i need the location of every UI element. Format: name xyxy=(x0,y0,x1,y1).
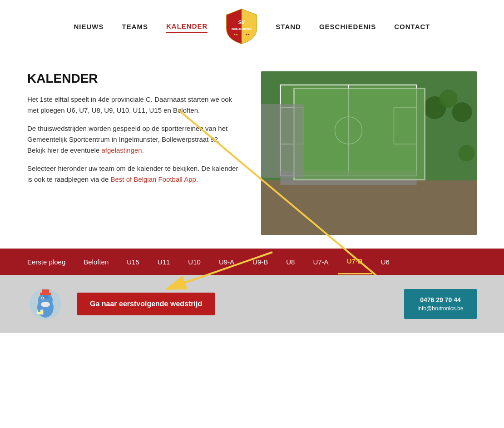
contact-email: info@brutronics.be xyxy=(413,305,468,312)
svg-rect-26 xyxy=(42,289,49,294)
nav-geschiedenis[interactable]: GESCHIEDENIS xyxy=(319,21,376,32)
tab-u9b[interactable]: U9-B xyxy=(243,250,277,274)
image-section xyxy=(261,71,477,235)
svg-text:INGELMUNSTER: INGELMUNSTER xyxy=(232,28,252,30)
tab-beloften[interactable]: Beloften xyxy=(74,250,118,274)
paragraph-3: Selecteer hieronder uw team om de kalend… xyxy=(27,163,243,185)
svg-point-24 xyxy=(42,297,43,299)
tab-eerste-ploeg[interactable]: Eerste ploeg xyxy=(27,250,74,274)
text-section: KALENDER Het 1ste elftal speelt in 4de p… xyxy=(27,71,243,192)
cta-button[interactable]: Ga naar eerstvolgende wedstrijd xyxy=(77,293,215,315)
tab-u7b[interactable]: U7-B xyxy=(338,249,372,274)
tab-u8[interactable]: U8 xyxy=(277,250,304,274)
tab-u10[interactable]: U10 xyxy=(179,250,210,274)
tab-u9a[interactable]: U9-A xyxy=(210,250,243,274)
nav-right: STAND GESCHIEDENIS CONTACT xyxy=(276,21,430,32)
svg-rect-5 xyxy=(281,85,417,176)
svg-rect-11 xyxy=(281,171,417,185)
mascot-area xyxy=(27,286,64,322)
header: NIEUWS TEAMS KALENDER SV INGELMUNSTER ★★… xyxy=(0,0,504,53)
mascot-icon xyxy=(29,287,63,321)
tab-u6[interactable]: U6 xyxy=(372,250,399,274)
paragraph-2-text: De thuiswedstrijden worden gespeeld op d… xyxy=(27,124,227,143)
svg-rect-28 xyxy=(38,307,40,312)
svg-point-13 xyxy=(440,90,458,108)
nav-contact[interactable]: CONTACT xyxy=(394,21,430,32)
paragraph-2-link-prefix: Bekijk hier de eventuele xyxy=(27,146,101,154)
svg-rect-10 xyxy=(261,180,477,235)
svg-text:★★: ★★ xyxy=(245,33,250,36)
svg-point-14 xyxy=(452,102,472,122)
svg-point-9 xyxy=(335,117,362,144)
main-content: KALENDER Het 1ste elftal speelt in 4de p… xyxy=(0,53,504,249)
svg-text:SV: SV xyxy=(238,20,245,25)
stadium-image xyxy=(261,71,477,235)
nav-stand[interactable]: STAND xyxy=(276,21,301,32)
page-title: KALENDER xyxy=(27,71,243,86)
tab-u7a[interactable]: U7-A xyxy=(304,250,337,274)
paragraph-1: Het 1ste elftal speelt in 4de provincial… xyxy=(27,94,243,116)
tab-u11[interactable]: U11 xyxy=(148,250,179,274)
svg-point-22 xyxy=(41,302,50,307)
nav-nieuws[interactable]: NIEUWS xyxy=(74,21,104,32)
app-link[interactable]: Best of Belgian Football App. xyxy=(110,175,198,183)
svg-rect-7 xyxy=(281,108,303,144)
svg-point-15 xyxy=(459,145,475,161)
contact-box: 0476 29 70 44 info@brutronics.be xyxy=(404,289,477,319)
nav-teams[interactable]: TEAMS xyxy=(122,21,148,32)
paragraph-2: De thuiswedstrijden worden gespeeld op d… xyxy=(27,123,243,156)
logo[interactable]: SV INGELMUNSTER ★★ ★★ xyxy=(226,8,257,45)
team-tabs: Eerste ploeg Beloften U15 U11 U10 U9-A U… xyxy=(0,249,504,275)
svg-text:★★: ★★ xyxy=(233,33,238,36)
tab-u15[interactable]: U15 xyxy=(118,250,148,274)
nav-kalender[interactable]: KALENDER xyxy=(166,20,208,33)
contact-phone: 0476 29 70 44 xyxy=(413,296,468,304)
svg-rect-8 xyxy=(394,108,417,144)
bottom-section: Ga naar eerstvolgende wedstrijd 0476 29 … xyxy=(0,275,504,333)
afgelastingen-link[interactable]: afgelastingen. xyxy=(101,146,143,154)
nav-left: NIEUWS TEAMS KALENDER xyxy=(74,20,208,33)
